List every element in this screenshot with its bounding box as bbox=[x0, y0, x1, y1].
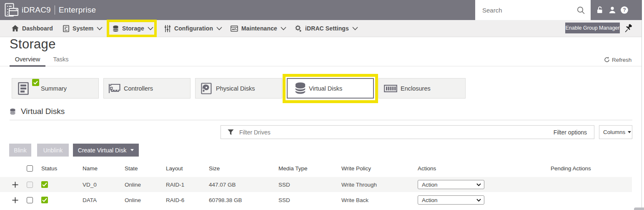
gears-icon bbox=[295, 25, 302, 32]
cell-status bbox=[41, 192, 48, 207]
cell-layout: RAID-1 bbox=[166, 177, 184, 192]
search-input[interactable] bbox=[482, 7, 576, 14]
refresh-icon bbox=[604, 57, 610, 63]
cell-write-policy: Write Through bbox=[341, 177, 377, 192]
cell-media-type: SSD bbox=[278, 192, 290, 207]
virtual-disk-icon bbox=[294, 82, 306, 95]
section-divider bbox=[10, 120, 632, 120]
sliders-icon bbox=[164, 25, 171, 32]
physical-disk-icon bbox=[201, 82, 212, 95]
search-box bbox=[475, 0, 591, 20]
refresh-button[interactable]: Refresh bbox=[604, 56, 631, 64]
enclosure-icon bbox=[384, 85, 397, 92]
filter-drives-input[interactable] bbox=[239, 129, 554, 136]
page-right-edge bbox=[641, 20, 642, 207]
cell-checkbox bbox=[27, 177, 33, 192]
card-label: Physical Disks bbox=[216, 78, 255, 98]
card-label: Summary bbox=[41, 78, 67, 98]
page-right-gutter bbox=[642, 0, 644, 210]
database-icon bbox=[113, 25, 119, 32]
columns-label: Columns bbox=[603, 129, 625, 135]
filter-icon bbox=[227, 129, 234, 136]
column-header-state: State bbox=[125, 163, 138, 174]
column-header-status: Status bbox=[41, 163, 57, 174]
card-controllers[interactable]: Controllers bbox=[103, 78, 190, 99]
lock-open-icon[interactable] bbox=[595, 0, 605, 20]
cell-actions: Action bbox=[418, 177, 484, 192]
nav-item-system[interactable]: System bbox=[63, 20, 103, 37]
cell-name: DATA bbox=[83, 192, 97, 207]
columns-dropdown-button[interactable]: Columns bbox=[599, 125, 632, 139]
nav-item-label: iDRAC Settings bbox=[305, 25, 349, 32]
tab-active-indicator bbox=[10, 65, 45, 67]
nav-item-storage[interactable]: Storage bbox=[113, 20, 153, 37]
nav-item-label: Configuration bbox=[174, 25, 213, 32]
section-title: Virtual Disks bbox=[21, 107, 65, 116]
enable-group-manager-button[interactable]: Enable Group Manager bbox=[565, 23, 620, 33]
cell-size: 60798.38 GB bbox=[209, 192, 242, 207]
action-select[interactable]: Action bbox=[418, 180, 484, 189]
cell-state: Online bbox=[125, 177, 141, 192]
svg-text:?: ? bbox=[623, 7, 626, 13]
expand-row-button[interactable] bbox=[12, 177, 18, 192]
create-virtual-disk-label: Create Virtual Disk bbox=[78, 147, 126, 154]
tab-overview[interactable]: Overview bbox=[10, 55, 45, 65]
pushpin-icon[interactable] bbox=[624, 23, 634, 33]
search-icon[interactable] bbox=[576, 6, 585, 15]
select-all-checkbox[interactable] bbox=[27, 165, 33, 172]
card-virtual-disks[interactable]: Virtual Disks bbox=[287, 78, 374, 99]
chevron-down-icon bbox=[216, 27, 222, 30]
brand-edition: Enterprise bbox=[59, 5, 96, 15]
expand-row-button[interactable] bbox=[12, 192, 18, 207]
card-enclosures[interactable]: Enclosures bbox=[378, 78, 466, 99]
page-title: Storage bbox=[10, 37, 56, 52]
create-virtual-disk-button[interactable]: Create Virtual Disk bbox=[73, 144, 139, 157]
filter-options-link[interactable]: Filter options bbox=[554, 129, 587, 136]
virtual-disks-section-icon bbox=[10, 107, 16, 116]
nav-item-idrac-settings[interactable]: iDRAC Settings bbox=[295, 20, 358, 37]
nav-item-label: System bbox=[73, 25, 93, 32]
nav-item-dashboard[interactable]: Dashboard bbox=[12, 20, 53, 37]
main-nav: Dashboard System Storage bbox=[0, 20, 642, 37]
blink-button[interactable]: Blink bbox=[9, 144, 31, 157]
chevron-down-icon bbox=[97, 27, 103, 30]
plus-icon bbox=[12, 197, 18, 203]
action-select-value: Action bbox=[422, 182, 476, 188]
tabs-baseline bbox=[0, 66, 642, 66]
cell-write-policy: Write Back bbox=[341, 192, 368, 207]
row-checkbox[interactable] bbox=[27, 197, 33, 203]
monitor-chart-icon bbox=[231, 25, 238, 32]
cell-layout: RAID-6 bbox=[166, 192, 184, 207]
row-checkbox bbox=[27, 182, 33, 188]
cell-checkbox bbox=[27, 192, 33, 207]
home-icon bbox=[12, 25, 19, 32]
column-header-media-type: Media Type bbox=[278, 163, 308, 174]
unblink-button[interactable]: Unblink bbox=[37, 144, 69, 157]
idrac-logo-icon bbox=[4, 3, 19, 18]
action-select[interactable]: Action bbox=[418, 195, 484, 205]
card-label: Virtual Disks bbox=[309, 79, 342, 98]
tab-tasks[interactable]: Tasks bbox=[48, 55, 74, 65]
table-row: VD_0 Online RAID-1 447.07 GB SSD Write T… bbox=[0, 177, 632, 192]
chevron-down-icon bbox=[148, 27, 153, 30]
tab-bar: Overview Tasks bbox=[0, 55, 642, 67]
controller-card-icon bbox=[108, 83, 121, 94]
column-header-actions: Actions bbox=[418, 163, 436, 174]
column-header-size: Size bbox=[209, 163, 220, 174]
nav-item-label: Dashboard bbox=[22, 25, 53, 32]
filter-bar: Filter options bbox=[221, 125, 594, 139]
summary-icon bbox=[18, 82, 29, 95]
nav-item-configuration[interactable]: Configuration bbox=[164, 20, 222, 37]
card-summary[interactable]: Summary bbox=[12, 78, 99, 99]
nav-item-label: Maintenance bbox=[241, 25, 277, 32]
help-icon[interactable]: ? bbox=[619, 0, 629, 20]
card-physical-disks[interactable]: Physical Disks bbox=[195, 78, 282, 99]
cell-actions: Action bbox=[418, 192, 484, 207]
cell-media-type: SSD bbox=[278, 177, 290, 192]
nav-item-maintenance[interactable]: Maintenance bbox=[231, 20, 286, 37]
scrollbar-thumb[interactable] bbox=[634, 207, 644, 210]
user-icon[interactable] bbox=[607, 0, 617, 20]
cell-status bbox=[41, 177, 48, 192]
top-bar: iDRAC9 Enterprise ? bbox=[0, 0, 642, 20]
caret-down-icon bbox=[628, 131, 631, 133]
